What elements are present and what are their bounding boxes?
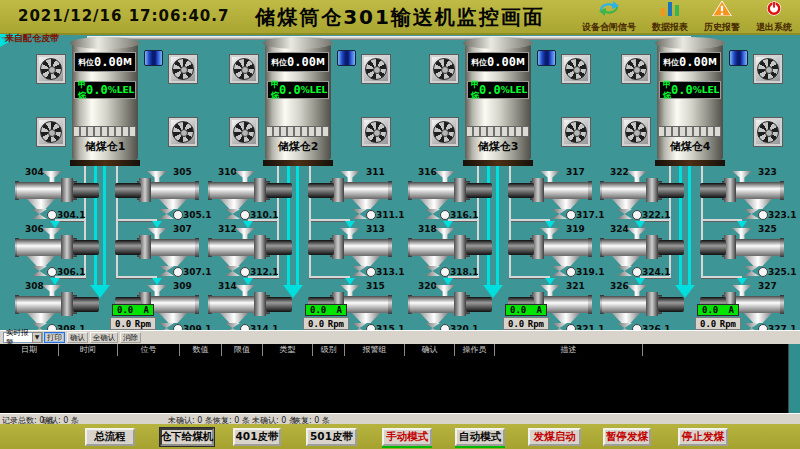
methane-value: 0.0 [86,83,108,97]
ventilation-fan-icon [429,117,459,147]
feeder-motor [466,183,492,198]
feeder-motor [466,297,492,312]
auto-mode-button[interactable]: 自动模式 [455,428,505,446]
mode-active-underline [382,446,432,448]
title-bar: 2021/12/16 17:06:40.7 储煤筒仓301输送机监控画面 设备合… [0,0,800,35]
silo-group: 料位0.00M甲烷0.0%LEL储煤仓4322322.1323323.13243… [585,34,800,330]
feeder-hopper [612,256,640,266]
feeder-hopper [744,256,772,266]
level-unit: M [516,57,525,67]
feeder-unit[interactable]: 316316.1 [408,168,496,218]
feeder-unit[interactable]: 325325.1 [698,225,786,275]
ventilation-fan-icon [229,54,259,84]
feeder-unit[interactable]: 307307.1 [113,225,201,275]
alarm-table-body [0,356,800,413]
feeder-motor [308,183,334,198]
stop-coal-button[interactable]: 停止发煤 [678,428,728,446]
feeder-unit[interactable]: 323323.1 [698,168,786,218]
feeder-hopper [744,199,772,209]
feeder-unit[interactable]: 313313.1 [306,225,394,275]
methane-unit: %LEL [301,85,328,95]
ammeter-unit: A [337,305,342,315]
feeder-id-label: 315 [366,281,385,291]
alarm-toolbar-button[interactable]: 确认 [67,332,88,343]
feeder-unit[interactable]: 324324.1 [600,225,688,275]
feeder-unit[interactable]: 326326.1 [600,282,688,332]
discharge-valve-icon[interactable] [225,266,240,276]
discharge-valve-icon[interactable] [617,209,632,219]
alarm-toolbar-button[interactable]: 全确认 [90,332,118,343]
bar-chart-icon [660,1,680,20]
feeder-unit[interactable]: 305305.1 [113,168,201,218]
alarm-toolbar-button[interactable]: 打印 [44,332,65,343]
data-report-button[interactable]: 数据报表 [652,1,688,34]
methane-display: 甲烷0.0%LEL [659,81,721,99]
silo-feeder-button[interactable]: 仓下给煤机 [160,428,214,446]
discharge-valve-icon[interactable] [425,209,440,219]
feeder-unit[interactable]: 322322.1 [600,168,688,218]
feeder-id-label: 324 [610,224,629,234]
feeder-unit[interactable]: 319319.1 [506,225,594,275]
discharge-valve-icon[interactable] [352,209,367,219]
history-alarm-button[interactable]: 历史报警 [704,1,740,34]
valve-indicator [240,267,250,277]
fan-hub [633,129,641,137]
start-coal-button[interactable]: 发煤启动 [528,428,581,446]
feeder-hopper [27,313,55,323]
fan-hub [241,66,249,74]
feeder-id-label: 313 [366,224,385,234]
discharge-valve-icon[interactable] [425,266,440,276]
exit-power-icon [766,1,782,20]
feeder-unit[interactable]: 318318.1 [408,225,496,275]
feeder-unit[interactable]: 317317.1 [506,168,594,218]
ammeter-unit: A [729,305,734,315]
device-signal-button[interactable]: 设备合闸信号 [582,1,636,34]
ammeter-unit: A [537,305,542,315]
silo-band [267,126,329,137]
discharge-valve-icon[interactable] [352,266,367,276]
manual-mode-button[interactable]: 手动模式 [382,428,432,446]
overview-button[interactable]: 总流程 [85,428,135,446]
feeder-unit[interactable]: 310310.1 [208,168,296,218]
discharge-valve-icon[interactable] [32,209,47,219]
belt-501-button[interactable]: 501皮带 [306,428,357,446]
alarm-status-bar: 记录总数: 0 条确认: 0 条未确认: 0 条恢复: 0 条未确认: 0 条恢… [0,413,800,424]
feeder-unit[interactable]: 311311.1 [306,168,394,218]
discharge-valve-icon[interactable] [552,209,567,219]
discharge-valve-icon[interactable] [552,266,567,276]
discharge-valve-icon[interactable] [159,209,174,219]
ventilation-fan-icon [361,54,391,84]
feeder-hopper [612,199,640,209]
exit-system-button[interactable]: 退出系统 [756,1,792,34]
feeder-end-cap [388,181,392,200]
alarm-filter-select[interactable]: 实时报警 ▼ [3,332,43,343]
valve-indicator [240,210,250,220]
discharge-valve-icon[interactable] [617,266,632,276]
feeder-unit[interactable]: 304304.1 [15,168,103,218]
level-display: 料位0.00M [74,52,136,72]
discharge-valve-icon[interactable] [744,266,759,276]
feeder-unit[interactable]: 312312.1 [208,225,296,275]
feeder-motor [115,240,141,255]
feeder-unit[interactable]: 308308.1 [15,282,103,332]
feeder-id-label: 317 [566,167,585,177]
feeder-id-label: 305 [173,167,192,177]
feeder-gearbox [254,178,266,202]
feeder-unit[interactable]: 306306.1 [15,225,103,275]
feeder-unit[interactable]: 320320.1 [408,282,496,332]
discharge-valve-icon[interactable] [32,266,47,276]
discharge-valve-icon[interactable] [159,266,174,276]
alarm-toolbar-button[interactable]: 消除 [120,332,141,343]
feeder-hopper [159,313,187,323]
pause-coal-button[interactable]: 暂停发煤 [603,428,651,446]
feeder-unit[interactable]: 314314.1 [208,282,296,332]
feeder-motor [266,297,292,312]
alarm-scrollbar[interactable] [788,344,800,413]
discharge-valve-icon[interactable] [744,209,759,219]
level-value: 0.00 [679,55,708,69]
discharge-valve-icon[interactable] [225,209,240,219]
belt-401-button[interactable]: 401皮带 [233,428,281,446]
feeder-hopper [420,313,448,323]
feeder-end-cap [780,295,784,314]
feeder-end-cap [780,238,784,257]
